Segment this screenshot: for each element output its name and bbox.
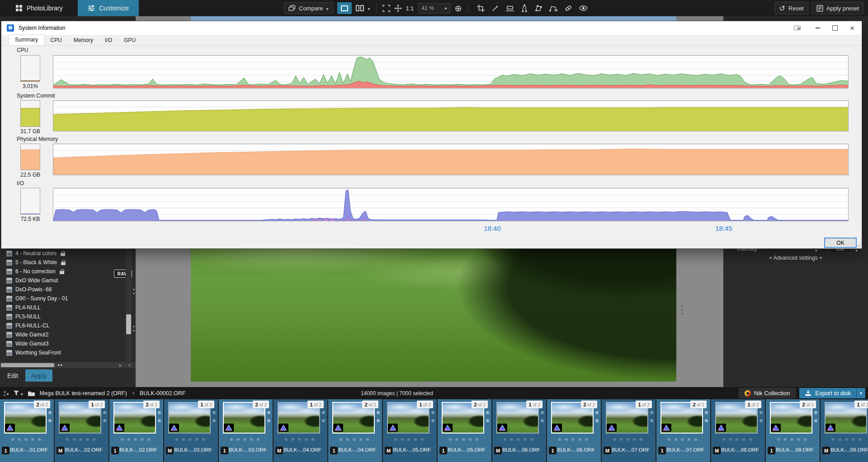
filmstrip-card[interactable]: 1 of 2★★★★★MBULK-...04.ORF [274, 399, 327, 462]
ok-button[interactable]: OK [824, 238, 857, 248]
tab-io[interactable]: I/O [99, 35, 118, 45]
star-rating[interactable]: ★★★★★ [438, 436, 491, 443]
apply-tab[interactable]: Apply [25, 369, 52, 382]
tab-gpu[interactable]: GPU [118, 35, 142, 45]
filmstrip-card[interactable]: 2 of 2★★★★★1BULK-...07.ORF [656, 399, 710, 462]
reset-button[interactable]: Reset [774, 2, 808, 14]
star-rating[interactable]: ★★★★★ [55, 436, 108, 443]
preset-item[interactable]: Wide Gamut2 [0, 330, 125, 339]
filmstrip-card[interactable]: 2 of 2★★★★★1BULK-...05.ORF [438, 399, 491, 462]
minimize-button[interactable] [809, 22, 826, 34]
preset-item[interactable]: PL4-NULL [0, 303, 125, 312]
tab-cpu[interactable]: CPU [44, 35, 67, 45]
export-options-caret[interactable] [856, 388, 865, 398]
preset-item[interactable]: Wide Gamut3 [0, 339, 125, 348]
horizon-tool-icon[interactable] [506, 5, 514, 12]
color-picker-icon[interactable] [491, 5, 499, 12]
perspective-lines-icon[interactable] [521, 5, 528, 12]
apply-preset-button[interactable]: Apply preset [812, 2, 863, 14]
filmstrip-card[interactable]: 2 of 2★★★★★1BULK-...06.ORF [547, 399, 601, 462]
export-to-disk-button[interactable]: Export to disk [799, 388, 856, 398]
star-rating[interactable]: ★★★★★ [328, 436, 382, 443]
single-view-button[interactable] [337, 2, 352, 14]
filmstrip-card[interactable]: 1 of 2★★★★★MBULK-...03.ORF [164, 399, 218, 462]
star-rating[interactable]: ★★★★★ [656, 436, 710, 443]
star-rating[interactable]: ★★★★★ [547, 436, 601, 443]
star-rating[interactable]: ★★★★★ [164, 436, 218, 443]
preview-eye-icon[interactable] [579, 5, 588, 11]
filmstrip-card[interactable]: 2 of 2★★★★★1BULK-...02.ORF [109, 399, 163, 462]
repair-patch-icon[interactable] [564, 5, 572, 12]
star-rating[interactable]: ★★★★★ [109, 436, 163, 443]
dialog-titlebar[interactable]: System Information [1, 21, 862, 35]
right-panel-splitter-handle[interactable] [681, 305, 683, 315]
filmstrip-card[interactable]: 1 of 2★★★★★MBULK-...08.ORF [711, 399, 765, 462]
filmstrip-card[interactable]: 1 of 2★★★★★MBULK-...09.ORF [821, 399, 868, 462]
tab-photolibrary[interactable]: PhotoLibrary [5, 0, 72, 16]
preset-item[interactable]: 5 - Black & White [0, 258, 125, 267]
zoom-1to1-button[interactable]: 1:1 [406, 5, 414, 12]
tab-summary[interactable]: Summary [9, 34, 44, 45]
panel-splitter-handle[interactable] [133, 326, 135, 331]
presets-vertical-scrollbar[interactable] [126, 242, 132, 362]
tab-customize[interactable]: Customize [78, 0, 139, 16]
preset-item[interactable]: G90 - Sunny Day - 01 [0, 294, 125, 303]
filmstrip-card[interactable]: 1 of 2★★★★★MBULK-...07.ORF [602, 399, 656, 462]
split-view-button[interactable] [356, 5, 364, 11]
star-rating[interactable]: ★★★★★ [219, 436, 273, 443]
zoom-level-dropdown[interactable]: 41 % [418, 3, 451, 14]
star-rating[interactable]: ★★★★★ [274, 436, 327, 443]
pan-move-icon[interactable] [394, 5, 402, 12]
preset-item[interactable]: PL5-NULL [0, 312, 125, 321]
filmstrip-collapse-handle[interactable] [427, 380, 436, 382]
display-window-icon[interactable] [788, 22, 806, 34]
scroll-down-arrow-icon[interactable] [128, 363, 131, 368]
star-rating[interactable]: ★★★★★ [711, 436, 765, 443]
memory-gauge [20, 144, 40, 170]
scroll-right-arrow-icon[interactable] [119, 362, 122, 368]
preset-item[interactable]: DxO-Powis -66 [0, 285, 125, 294]
star-rating[interactable]: ★★★★★ [602, 436, 656, 443]
advanced-settings-link[interactable]: + Advanced settings + [723, 255, 868, 261]
current-folder-name[interactable]: Mega BULK test-renamed 2 (ORF) [40, 390, 127, 397]
sort-order-button[interactable] [4, 390, 9, 397]
star-rating[interactable]: ★★★★★ [821, 436, 868, 443]
filmstrip-card[interactable]: 1 of 2★★★★★MBULK-...06.ORF [492, 399, 546, 462]
star-rating[interactable]: ★★★★★ [383, 436, 437, 443]
preset-item[interactable]: DxO Wide Gamut [0, 276, 125, 285]
panel-splitter-handle[interactable] [133, 289, 135, 294]
perspective-tool-icon[interactable] [549, 5, 557, 12]
star-rating[interactable]: ★★★★★ [0, 436, 54, 443]
nik-collection-button[interactable]: Nik Collection [739, 388, 796, 398]
polygon-tool-icon[interactable] [535, 5, 542, 12]
preset-item[interactable]: 4 - Neutral colors [0, 249, 125, 258]
fit-screen-icon[interactable] [382, 5, 390, 12]
edit-tab[interactable]: Edit [0, 369, 25, 382]
zoom-in-icon[interactable] [455, 3, 462, 13]
filmstrip-card[interactable]: 2 of 2★★★★★1BULK-...04.ORF [328, 399, 382, 462]
compare-caret-icon[interactable] [326, 5, 328, 11]
scrollbar-thumb[interactable] [126, 314, 131, 334]
compare-button[interactable]: Compare [284, 2, 333, 14]
presets-horizontal-scrollbar[interactable] [0, 362, 136, 368]
filmstrip-card[interactable]: 2 of 2★★★★★1BULK-...01.ORF [0, 399, 54, 462]
maximize-button[interactable] [826, 22, 844, 34]
preset-item[interactable]: PL6-NULL-CL [0, 321, 125, 330]
preset-item[interactable]: 6 - No correction [0, 267, 125, 276]
scrollbar-thumb[interactable] [1, 363, 54, 367]
preset-item[interactable]: Worthing SeaFront [0, 348, 125, 357]
thumbnail-filename: BULK-...09.ORF [827, 447, 868, 453]
filter-button[interactable] [13, 390, 23, 397]
application-window: PhotoLibrary Customize Compare 1:1 41 % [0, 0, 868, 462]
filmstrip-card[interactable]: 2 of 2★★★★★1BULK-...08.ORF [766, 399, 820, 462]
filmstrip-card[interactable]: 2 of 2★★★★★1BULK-...03.ORF [219, 399, 273, 462]
resize-grip[interactable] [855, 242, 861, 247]
crop-tool-icon[interactable] [477, 5, 485, 12]
filmstrip-card[interactable]: 1 of 2★★★★★MBULK-...02.ORF [55, 399, 108, 462]
star-rating[interactable]: ★★★★★ [766, 436, 820, 443]
filmstrip-card[interactable]: 1 of 2★★★★★MBULK-...05.ORF [383, 399, 437, 462]
view-mode-caret-icon[interactable] [368, 5, 370, 12]
close-button[interactable] [844, 22, 861, 34]
star-rating[interactable]: ★★★★★ [492, 436, 546, 443]
tab-memory[interactable]: Memory [68, 35, 99, 45]
